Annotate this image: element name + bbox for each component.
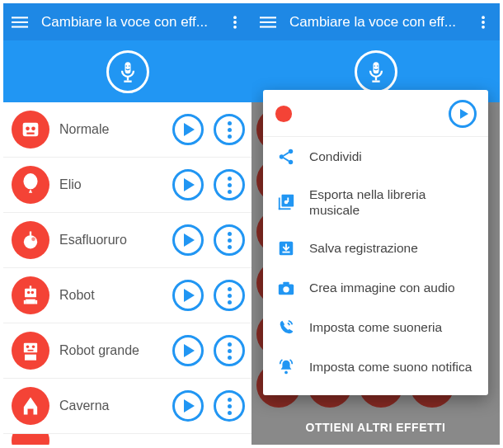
context-menu: Condividi Esporta nella libreria musical… (263, 90, 488, 395)
menu-item-share[interactable]: Condividi (263, 137, 488, 177)
more-vert-icon (228, 398, 232, 415)
more-vert-icon[interactable] (473, 12, 493, 32)
app-title: Cambiare la voce con eff... (41, 14, 214, 31)
app-bar: Cambiare la voce con eff... (3, 3, 252, 40)
svg-point-55 (283, 286, 289, 292)
record-button[interactable] (106, 50, 149, 93)
play-icon (184, 289, 195, 302)
svg-rect-1 (12, 21, 28, 22)
item-more-button[interactable] (214, 114, 245, 145)
effect-label: Normale (59, 122, 162, 137)
effect-icon (275, 105, 293, 123)
effect-icon (12, 166, 49, 204)
svg-point-43 (289, 149, 294, 154)
svg-point-9 (125, 65, 127, 67)
svg-point-3 (233, 16, 237, 19)
item-more-button[interactable] (214, 280, 245, 311)
get-more-effects-banner[interactable]: OTTIENI ALTRI EFFETTI (252, 410, 500, 445)
hamburger-icon[interactable] (10, 12, 30, 32)
notification-icon (276, 357, 296, 377)
play-button[interactable] (172, 114, 204, 145)
menu-item-set-notification[interactable]: Imposta come suono notifica (263, 347, 488, 387)
menu-header-peek (263, 93, 488, 137)
effects-list: Normale Elio Esafluoruro R (3, 102, 252, 445)
list-item[interactable]: Robot (3, 268, 252, 323)
svg-point-13 (31, 127, 35, 131)
item-more-button[interactable] (214, 169, 245, 200)
svg-rect-20 (26, 299, 35, 304)
list-item[interactable]: Caverna (3, 379, 252, 434)
list-item[interactable]: Normale (3, 102, 252, 158)
app-bar: Cambiare la voce con eff... (252, 3, 500, 40)
more-vert-icon (228, 177, 232, 194)
svg-rect-21 (24, 300, 26, 304)
svg-point-5 (233, 25, 237, 28)
svg-point-44 (280, 154, 284, 159)
svg-rect-22 (35, 300, 37, 304)
svg-point-10 (128, 65, 129, 67)
hamburger-icon[interactable] (258, 12, 278, 32)
list-item[interactable]: Robot grande (3, 323, 252, 379)
play-button[interactable] (172, 169, 204, 200)
play-button[interactable] (172, 390, 204, 422)
svg-point-45 (289, 160, 294, 165)
item-more-button[interactable] (214, 224, 245, 256)
svg-rect-47 (279, 198, 280, 210)
svg-rect-37 (373, 62, 378, 73)
more-vert-icon[interactable] (225, 12, 245, 32)
svg-rect-8 (124, 80, 131, 82)
microphone-icon (116, 60, 139, 83)
svg-point-56 (284, 370, 288, 374)
svg-point-15 (23, 173, 37, 189)
play-icon (184, 399, 195, 413)
effect-label: Robot grande (59, 343, 162, 358)
download-icon (276, 238, 296, 258)
effect-icon (12, 111, 49, 149)
svg-rect-18 (30, 232, 31, 237)
svg-point-17 (31, 238, 35, 242)
menu-item-export-library[interactable]: Esporta nella libreria musicale (263, 177, 488, 229)
menu-item-set-ringtone[interactable]: Imposta come suoneria (263, 308, 488, 347)
share-icon (276, 147, 296, 167)
svg-point-40 (374, 65, 375, 67)
svg-rect-27 (25, 355, 36, 361)
menu-label: Condividi (309, 149, 362, 164)
play-icon (184, 178, 195, 191)
effect-icon (12, 221, 49, 259)
svg-rect-38 (374, 76, 376, 80)
effect-label: Robot (59, 288, 162, 303)
list-item[interactable]: Elio (3, 158, 252, 213)
svg-rect-30 (28, 350, 34, 351)
screen-context-menu: Cambiare la voce con eff... (252, 3, 500, 445)
play-icon (184, 344, 195, 357)
svg-point-23 (27, 291, 31, 295)
svg-rect-48 (279, 209, 291, 210)
play-button[interactable] (172, 280, 204, 311)
record-button[interactable] (355, 50, 397, 93)
more-vert-icon (228, 287, 232, 304)
list-item[interactable] (3, 434, 252, 445)
play-button[interactable] (172, 224, 204, 256)
svg-rect-25 (30, 285, 31, 289)
svg-point-4 (233, 21, 237, 24)
svg-rect-50 (287, 198, 289, 203)
play-icon (460, 109, 468, 119)
camera-icon (276, 278, 296, 298)
play-button[interactable] (172, 335, 204, 366)
library-music-icon (276, 192, 296, 212)
effect-label: Esafluoruro (59, 233, 162, 248)
microphone-icon (364, 60, 388, 83)
list-item[interactable]: Esafluoruro (3, 213, 252, 268)
svg-rect-54 (283, 281, 289, 285)
effect-icon (12, 434, 49, 445)
item-more-button[interactable] (214, 390, 245, 422)
menu-item-save-recording[interactable]: Salva registrazione (263, 229, 488, 268)
svg-point-36 (482, 25, 485, 28)
item-more-button[interactable] (214, 335, 245, 366)
menu-item-create-image-audio[interactable]: Crea immagine con audio (263, 268, 488, 308)
effect-icon (12, 332, 49, 370)
play-button[interactable] (449, 100, 477, 128)
menu-label: Crea immagine con audio (309, 280, 455, 295)
effect-label: Elio (59, 177, 162, 192)
svg-point-12 (26, 127, 30, 131)
